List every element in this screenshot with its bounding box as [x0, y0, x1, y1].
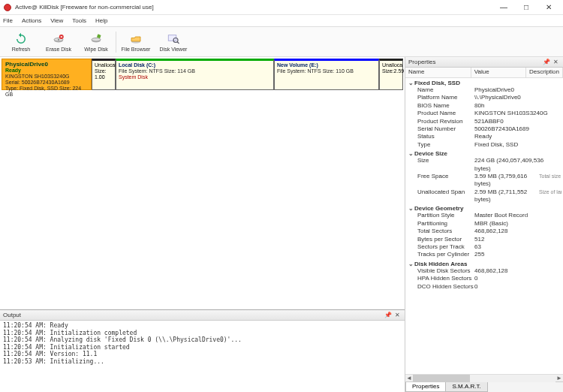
- log-line: 11:20:54 AM: Initialization completed: [3, 330, 402, 337]
- property-row[interactable]: Bytes per Sector512: [407, 236, 561, 243]
- output-header: Output 📌 ✕: [0, 310, 405, 321]
- property-key: Status: [407, 133, 474, 140]
- property-key: Serial Number: [407, 125, 474, 133]
- property-value: Fixed Disk, SSD: [474, 141, 561, 149]
- partition-unallocated-left[interactable]: Unallocat Size: 1.00: [92, 59, 116, 90]
- property-group[interactable]: ⌄Disk Hidden Areas: [407, 261, 561, 267]
- property-row[interactable]: NamePhysicalDrive0: [407, 86, 561, 94]
- property-key: Bytes per Sector: [407, 236, 474, 243]
- menu-file[interactable]: File: [3, 17, 13, 24]
- disk-info[interactable]: PhysicalDrive0 Ready KINGSTON SH103S3240…: [2, 59, 92, 90]
- property-row[interactable]: Product NameKINGSTON SH103S3240G: [407, 110, 561, 117]
- property-row[interactable]: Sectors per Track63: [407, 243, 561, 251]
- property-key: Type: [407, 141, 474, 149]
- property-value: 50026B72430A1689: [474, 125, 561, 133]
- property-value: 224 GB (240,057,409,536 bytes): [474, 157, 561, 173]
- chevron-down-icon: ⌄: [407, 150, 414, 157]
- properties-hscroll[interactable]: ◄ ►: [405, 374, 563, 381]
- output-close-button[interactable]: ✕: [393, 312, 402, 318]
- property-row[interactable]: Product Revision521ABBF0: [407, 118, 561, 125]
- chevron-down-icon: ⌄: [407, 80, 414, 86]
- group-name: Device Geometry: [414, 205, 463, 212]
- wipe-disk-button[interactable]: Wipe Disk: [78, 29, 114, 56]
- tab-properties[interactable]: Properties: [405, 382, 446, 392]
- property-value: Master Boot Record: [474, 212, 561, 219]
- partition-unallocated-right[interactable]: Unalloca Size:2.59: [379, 59, 403, 90]
- close-button[interactable]: ✕: [537, 1, 560, 14]
- disk-serial: Serial: 50026B72430A1689: [5, 80, 88, 86]
- property-value: 63: [474, 243, 561, 251]
- partition-local-c[interactable]: Local Disk (C:) File System: NTFS Size: …: [116, 59, 274, 90]
- scroll-left-button[interactable]: ◄: [405, 375, 413, 381]
- disk-status: Ready: [5, 68, 88, 74]
- menu-actions[interactable]: Actions: [22, 17, 41, 24]
- properties-close-button[interactable]: ✕: [551, 59, 560, 65]
- disk-view: PhysicalDrive0 Ready KINGSTON SH103S3240…: [0, 57, 405, 309]
- property-group[interactable]: ⌄Device Size: [407, 150, 561, 157]
- property-value: MBR (Basic): [474, 220, 561, 228]
- menu-help[interactable]: Help: [95, 17, 107, 24]
- log-line: 11:20:54 AM: Ready: [3, 322, 402, 330]
- svg-line-11: [177, 41, 179, 43]
- disk-row[interactable]: PhysicalDrive0 Ready KINGSTON SH103S3240…: [2, 59, 403, 90]
- maximize-button[interactable]: □: [515, 1, 537, 14]
- tab-smart[interactable]: S.M.A.R.T.: [445, 382, 487, 392]
- property-row[interactable]: Tracks per Cylinder255: [407, 251, 561, 258]
- menu-view[interactable]: View: [50, 17, 63, 24]
- property-row[interactable]: DCO Hidden Sectors0: [407, 283, 561, 291]
- property-row[interactable]: BIOS Name80h: [407, 102, 561, 110]
- col-description[interactable]: Description: [526, 68, 563, 77]
- chevron-down-icon: ⌄: [407, 261, 414, 267]
- property-desc: Total size of a: [539, 173, 561, 188]
- properties-tabs: Properties S.M.A.R.T.: [405, 381, 563, 392]
- col-name[interactable]: Name: [405, 68, 471, 77]
- property-row[interactable]: TypeFixed Disk, SSD: [407, 141, 561, 149]
- scroll-thumb[interactable]: [413, 375, 470, 382]
- property-row[interactable]: Serial Number50026B72430A1689: [407, 125, 561, 133]
- properties-title: Properties: [408, 59, 542, 65]
- scroll-track[interactable]: [413, 375, 555, 382]
- property-row[interactable]: Platform Name\\.\PhysicalDrive0: [407, 94, 561, 101]
- output-panel: Output 📌 ✕ 11:20:54 AM: Ready 11:20:54 A…: [0, 309, 405, 392]
- property-value: 3.59 MB (3,759,616 bytes): [474, 173, 539, 188]
- property-row[interactable]: Free Space3.59 MB (3,759,616 bytes)Total…: [407, 173, 561, 188]
- scroll-right-button[interactable]: ►: [555, 375, 563, 381]
- property-key: Sectors per Track: [407, 243, 474, 251]
- file-browser-button[interactable]: File Browser: [118, 29, 154, 56]
- property-group[interactable]: ⌄Device Geometry: [407, 205, 561, 212]
- property-value: 0: [474, 283, 561, 291]
- log-line: 11:20:53 AM: Initializing...: [3, 358, 402, 366]
- erase-disk-button[interactable]: Erase Disk: [41, 29, 77, 56]
- window-controls: — □ ✕: [492, 1, 560, 14]
- property-row[interactable]: Unallocated Span2.59 MB (2,711,552 bytes…: [407, 188, 561, 204]
- property-value: 468,862,128: [474, 228, 561, 235]
- main-body: PhysicalDrive0 Ready KINGSTON SH103S3240…: [0, 57, 563, 392]
- disk-viewer-button[interactable]: Disk Viewer: [155, 29, 191, 56]
- col-value[interactable]: Value: [471, 68, 526, 77]
- property-key: Free Space: [407, 173, 474, 188]
- property-value: Ready: [474, 133, 561, 140]
- property-key: Total Sectors: [407, 228, 474, 235]
- disk-model: KINGSTON SH103S3240G: [5, 74, 88, 80]
- properties-pin-button[interactable]: 📌: [542, 59, 551, 65]
- property-row[interactable]: Total Sectors468,862,128: [407, 228, 561, 235]
- property-value: 521ABBF0: [474, 118, 561, 125]
- property-row[interactable]: Visible Disk Sectors468,862,128: [407, 267, 561, 275]
- minimize-button[interactable]: —: [492, 1, 515, 14]
- property-key: Tracks per Cylinder: [407, 251, 474, 258]
- refresh-button[interactable]: Refresh: [3, 29, 39, 56]
- property-value: 512: [474, 236, 561, 243]
- property-row[interactable]: PartitioningMBR (Basic): [407, 220, 561, 228]
- properties-columns: Name Value Description: [405, 68, 563, 78]
- property-value: PhysicalDrive0: [474, 86, 561, 94]
- property-row[interactable]: HPA Hidden Sectors0: [407, 275, 561, 282]
- property-row[interactable]: Size224 GB (240,057,409,536 bytes): [407, 157, 561, 173]
- property-row[interactable]: StatusReady: [407, 133, 561, 140]
- output-pin-button[interactable]: 📌: [384, 312, 393, 318]
- app-icon: [3, 3, 12, 12]
- menu-tools[interactable]: Tools: [72, 17, 86, 24]
- property-group[interactable]: ⌄Fixed Disk, SSD: [407, 80, 561, 86]
- partition-new-volume[interactable]: New Volume (E:) File System: NTFS Size: …: [274, 59, 379, 90]
- property-value: 2.59 MB (2,711,552 bytes): [474, 188, 539, 204]
- property-row[interactable]: Partition StyleMaster Boot Record: [407, 212, 561, 219]
